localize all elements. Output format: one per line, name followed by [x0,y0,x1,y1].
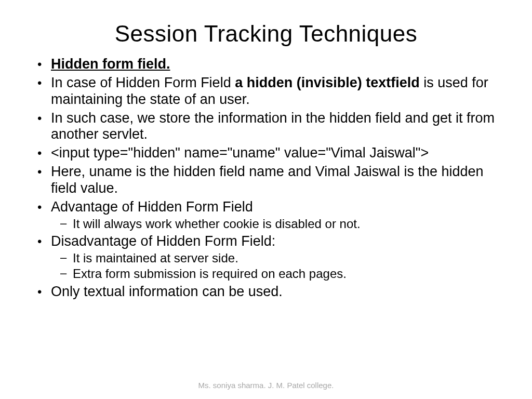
sub-bullet-server: It is maintained at server side. [51,251,501,265]
slide-container: Session Tracking Techniques Hidden form … [0,0,532,399]
bullet-text: In such case, we store the information i… [51,110,495,142]
bullet-list: Hidden form field. In case of Hidden For… [31,56,501,300]
bullet-text: Advantage of Hidden Form Field [51,199,253,215]
sub-list-advantages: It will always work whether cookie is di… [51,217,501,231]
bullet-store-info: In such case, we store the information i… [31,110,501,143]
sub-bullet-text: It is maintained at server side. [73,251,238,265]
bullet-hidden-field-desc: In case of Hidden Form Field a hidden (i… [31,75,501,108]
bullet-text-bold: a hidden (invisible) textfield [235,75,420,90]
bullet-field-explanation: Here, uname is the hidden field name and… [31,164,501,197]
sub-bullet-text: Extra form submission is required on eac… [73,267,347,281]
slide-footer: Ms. soniya sharma. J. M. Patel college. [0,381,532,390]
bullet-hidden-field-heading: Hidden form field. [31,56,501,73]
bullet-text: Here, uname is the hidden field name and… [51,164,484,196]
slide-title: Session Tracking Techniques [31,21,501,47]
bullet-text-pre: In case of Hidden Form Field [51,75,235,90]
slide-content: Hidden form field. In case of Hidden For… [31,56,501,300]
bullet-textual-only: Only textual information can be used. [31,284,501,300]
bullet-text: Only textual information can be used. [51,284,283,299]
bullet-code-example: <input type="hidden" name="uname" value=… [31,145,501,162]
sub-list-disadvantages: It is maintained at server side. Extra f… [51,251,501,282]
sub-bullet-cookie: It will always work whether cookie is di… [51,217,501,231]
bullet-text: Hidden form field. [51,56,170,72]
sub-bullet-form: Extra form submission is required on eac… [51,267,501,281]
bullet-advantage-heading: Advantage of Hidden Form Field It will a… [31,199,501,231]
bullet-disadvantage-heading: Disadvantage of Hidden Form Field: It is… [31,233,501,281]
bullet-text: <input type="hidden" name="uname" value=… [51,145,429,161]
bullet-text: Disadvantage of Hidden Form Field: [51,233,275,249]
sub-bullet-text: It will always work whether cookie is di… [73,217,361,231]
